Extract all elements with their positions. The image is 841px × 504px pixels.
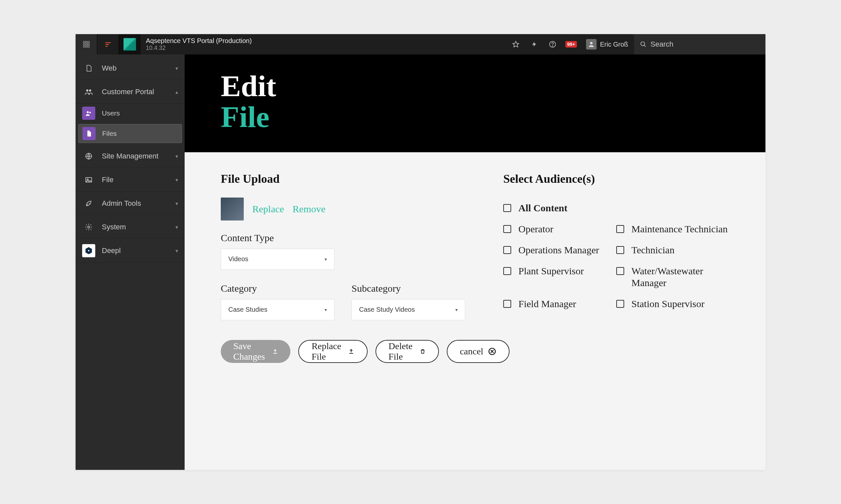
sidebar-item-customer-portal[interactable]: Customer Portal ▴ xyxy=(75,80,185,104)
trash-icon xyxy=(420,347,425,356)
svg-point-20 xyxy=(89,89,91,92)
portal-icon xyxy=(82,85,95,98)
sidebar-subitem-users[interactable]: Users xyxy=(75,104,185,123)
checkbox-icon xyxy=(503,267,511,275)
app-logo[interactable] xyxy=(119,34,141,54)
chevron-down-icon: ▾ xyxy=(175,153,178,160)
file-thumbnail xyxy=(221,198,244,220)
audience-checkbox[interactable]: Maintenance Technician xyxy=(616,218,729,239)
content-type-label: Content Type xyxy=(221,232,484,244)
sidebar: Web ▾ Customer Portal ▴ Users xyxy=(75,54,185,470)
svg-rect-3 xyxy=(83,43,85,45)
subcategory-select[interactable]: Case Study Videos ▾ xyxy=(351,299,465,320)
svg-rect-0 xyxy=(83,41,85,43)
global-search[interactable] xyxy=(634,34,766,54)
sidebar-item-site-management[interactable]: Site Management ▾ xyxy=(75,144,185,168)
category-label: Category xyxy=(221,283,334,294)
checkbox-icon xyxy=(616,300,624,308)
cancel-button[interactable]: cancel xyxy=(447,340,510,363)
svg-point-17 xyxy=(641,42,645,46)
chevron-down-icon: ▾ xyxy=(325,307,327,312)
chevron-down-icon: ▾ xyxy=(175,248,178,254)
svg-rect-1 xyxy=(85,41,87,43)
save-changes-button[interactable]: Save Changes xyxy=(221,340,290,363)
svg-point-28 xyxy=(88,250,89,251)
users-icon xyxy=(82,107,95,120)
app-version: 10.4.32 xyxy=(146,44,252,52)
content-type-select[interactable]: Videos ▾ xyxy=(221,249,334,270)
checkbox-icon xyxy=(616,225,624,233)
audience-checkbox[interactable]: Field Manager xyxy=(503,293,616,314)
notifications-button[interactable]: 99+ xyxy=(562,34,580,54)
replace-file-button[interactable]: Replace File xyxy=(298,340,367,363)
checkbox-icon xyxy=(503,225,511,233)
app-title: Aqseptence VTS Portal (Production) xyxy=(146,37,252,44)
sidebar-item-admin-tools[interactable]: Admin Tools ▾ xyxy=(75,192,185,215)
sidebar-item-web[interactable]: Web ▾ xyxy=(75,56,185,80)
delete-file-button[interactable]: Delete File xyxy=(376,340,439,363)
page-icon xyxy=(82,62,95,75)
chevron-up-icon: ▴ xyxy=(175,89,178,95)
svg-point-19 xyxy=(86,89,88,92)
audience-checkbox[interactable]: Technician xyxy=(616,239,729,260)
svg-rect-4 xyxy=(85,43,87,45)
files-icon xyxy=(83,127,96,140)
main-content: Edit File File Upload Replace Remove Con… xyxy=(185,54,766,470)
user-menu[interactable]: Eric Groß xyxy=(580,34,634,54)
remove-link[interactable]: Remove xyxy=(293,203,326,215)
page-title: Edit File xyxy=(221,71,729,132)
audience-checkbox[interactable]: Station Supervisor xyxy=(616,293,729,314)
checkbox-icon xyxy=(503,246,511,254)
audience-checkbox[interactable]: Plant Supervisor xyxy=(503,260,616,293)
secondary-nav-button[interactable] xyxy=(97,34,119,54)
sidebar-item-deepl[interactable]: Deepl ▾ xyxy=(75,239,185,263)
image-icon xyxy=(82,173,95,186)
category-select[interactable]: Case Studies ▾ xyxy=(221,299,334,320)
audience-checkbox[interactable]: Operations Manager xyxy=(503,239,616,260)
chevron-down-icon: ▾ xyxy=(175,224,178,230)
audience-checkbox[interactable]: Water/Wastewater Manager xyxy=(616,260,729,293)
sidebar-subitem-files[interactable]: Files xyxy=(78,124,182,143)
file-upload-heading: File Upload xyxy=(221,172,484,186)
chevron-down-icon: ▾ xyxy=(455,307,458,312)
svg-rect-11 xyxy=(105,46,107,47)
replace-link[interactable]: Replace xyxy=(252,203,284,215)
search-input[interactable] xyxy=(650,40,759,49)
chevron-down-icon: ▾ xyxy=(175,65,178,72)
sidebar-item-file[interactable]: File ▾ xyxy=(75,168,185,192)
svg-rect-10 xyxy=(105,44,109,45)
favorites-button[interactable] xyxy=(507,34,525,54)
subcategory-label: Subcategory xyxy=(351,283,465,294)
chevron-down-icon: ▾ xyxy=(175,200,178,207)
app-frame: Aqseptence VTS Portal (Production) 10.4.… xyxy=(75,34,766,470)
svg-point-22 xyxy=(89,112,91,113)
chevron-down-icon: ▾ xyxy=(175,177,178,183)
help-button[interactable] xyxy=(543,34,562,54)
svg-rect-7 xyxy=(85,46,87,48)
actions-button[interactable] xyxy=(525,34,543,54)
apps-grid-button[interactable] xyxy=(75,34,97,54)
svg-point-15 xyxy=(552,46,553,46)
svg-marker-12 xyxy=(513,41,519,47)
chevron-down-icon: ▾ xyxy=(325,257,327,262)
user-avatar-icon xyxy=(586,39,597,50)
svg-marker-13 xyxy=(532,42,536,47)
user-name: Eric Groß xyxy=(600,41,628,48)
page-hero: Edit File xyxy=(185,54,766,152)
audience-checkbox[interactable]: Operator xyxy=(503,218,616,239)
svg-rect-5 xyxy=(88,43,89,45)
checkbox-icon xyxy=(503,204,511,212)
deepl-icon xyxy=(82,244,95,257)
svg-rect-2 xyxy=(88,41,89,43)
svg-point-16 xyxy=(590,42,593,44)
svg-rect-8 xyxy=(88,46,89,48)
checkbox-icon xyxy=(503,300,511,308)
checkbox-icon xyxy=(616,267,624,275)
svg-point-26 xyxy=(88,226,90,228)
app-title-block: Aqseptence VTS Portal (Production) 10.4.… xyxy=(141,34,252,54)
audience-heading: Select Audience(s) xyxy=(503,172,729,186)
svg-point-21 xyxy=(87,111,89,113)
audience-checkbox-all[interactable]: All Content xyxy=(503,198,616,218)
cancel-icon xyxy=(488,347,496,356)
sidebar-item-system[interactable]: System ▾ xyxy=(75,215,185,239)
